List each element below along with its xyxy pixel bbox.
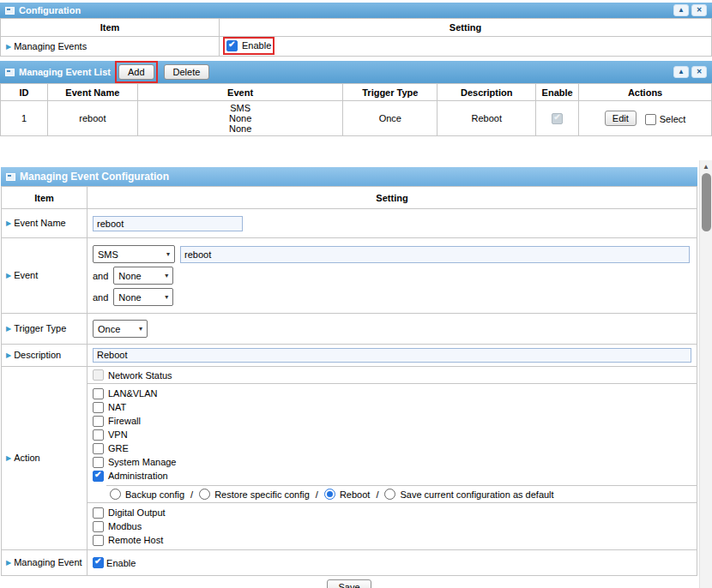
event-line: SMS xyxy=(140,103,341,113)
backup-config-label: Backup config xyxy=(125,489,184,500)
managing-event-item-cell: ▶Managing Event xyxy=(2,550,87,576)
list-item: Administration xyxy=(93,469,691,483)
save-current-config-radio[interactable] xyxy=(384,489,395,500)
trigger-type-select[interactable]: Once ▾ xyxy=(93,320,148,338)
list-item: VPN xyxy=(93,428,691,441)
event-name-label: Event Name xyxy=(14,218,66,228)
event-name-input[interactable]: reboot xyxy=(93,216,243,231)
event-type-select[interactable]: SMS ▾ xyxy=(93,245,175,263)
managing-events-label: Managing Events xyxy=(14,41,87,51)
reboot-radio[interactable] xyxy=(324,489,335,500)
remote-host-checkbox[interactable] xyxy=(93,535,104,546)
event-list-table: ID Event Name Event Trigger Type Descrip… xyxy=(0,83,712,136)
network-status-checkbox xyxy=(93,369,104,381)
row-arrow-icon: ▶ xyxy=(6,351,11,359)
select-checkbox[interactable] xyxy=(645,114,656,125)
event-cell: SMS None None xyxy=(137,101,343,136)
managing-event-list-panel: Managing Event List Add Delete ▲ ✕ ID Ev… xyxy=(0,61,712,136)
event-type-select-value: SMS xyxy=(98,249,118,260)
description-input[interactable]: Reboot xyxy=(93,348,691,363)
description-column-header: Description xyxy=(437,84,536,101)
network-status-label: Network Status xyxy=(108,370,172,381)
configuration-panel-title: Configuration xyxy=(19,5,81,15)
event-line: None xyxy=(140,113,341,123)
collapse-icon[interactable]: ▲ xyxy=(673,66,689,78)
row-arrow-icon: ▶ xyxy=(6,454,11,462)
id-cell: 1 xyxy=(1,101,48,136)
actions-column-header: Actions xyxy=(579,84,712,101)
managing-events-setting-cell: Enable xyxy=(220,37,712,57)
add-button[interactable]: Add xyxy=(118,64,154,80)
event-condition-3: and None ▾ xyxy=(93,288,691,306)
digital-output-checkbox[interactable] xyxy=(93,507,104,519)
event-condition-2: and None ▾ xyxy=(93,267,691,285)
close-icon[interactable]: ✕ xyxy=(691,4,707,16)
setting-column-header: Setting xyxy=(220,19,712,37)
event-name-item-cell: ▶Event Name xyxy=(2,209,87,238)
vpn-checkbox[interactable] xyxy=(93,429,104,441)
modbus-label: Modbus xyxy=(108,521,142,531)
gre-checkbox[interactable] xyxy=(93,443,104,454)
id-column-header: ID xyxy=(1,84,48,101)
firewall-label: Firewall xyxy=(108,416,141,426)
item-column-header: Item xyxy=(1,19,220,37)
firewall-checkbox[interactable] xyxy=(93,416,104,427)
trigger-type-label: Trigger Type xyxy=(14,323,66,333)
event-value-input[interactable]: reboot xyxy=(180,246,690,263)
backup-config-radio[interactable] xyxy=(110,489,121,500)
event-condition-2-select[interactable]: None ▾ xyxy=(113,267,173,285)
chevron-down-icon: ▾ xyxy=(166,250,170,258)
managing-event-setting-cell: Enable xyxy=(87,550,697,576)
separator: / xyxy=(190,489,193,500)
managing-event-enable-checkbox[interactable] xyxy=(93,557,104,568)
nat-label: NAT xyxy=(108,402,126,412)
window-buttons: ▲ ✕ xyxy=(673,66,707,78)
event-name-column-header: Event Name xyxy=(47,84,137,101)
administration-options-row: Backup config / Restore specific config … xyxy=(106,485,697,502)
panel-icon xyxy=(5,69,15,76)
actions-cell: EditSelect xyxy=(579,101,712,136)
scrollbar-thumb[interactable] xyxy=(702,173,711,231)
trigger-type-item-cell: ▶Trigger Type xyxy=(2,314,87,345)
event-column-header: Event xyxy=(137,84,343,101)
scrollbar[interactable]: ▲ xyxy=(699,160,712,588)
managing-event-list-title: Managing Event List xyxy=(19,67,111,77)
header-row: ID Event Name Event Trigger Type Descrip… xyxy=(1,84,712,101)
description-item-cell: ▶Description xyxy=(2,345,87,367)
scroll-up-icon[interactable]: ▲ xyxy=(700,160,712,173)
description-label: Description xyxy=(14,350,61,360)
event-condition-3-value: None xyxy=(118,292,141,303)
panel-icon xyxy=(5,7,15,15)
event-setting-cell: SMS ▾ reboot and None ▾ xyxy=(87,238,697,314)
row-arrow-icon: ▶ xyxy=(6,272,11,279)
restore-specific-config-radio[interactable] xyxy=(199,489,210,500)
select-label: Select xyxy=(660,114,686,124)
action-setting-cell: Network Status LAN&VLAN NAT xyxy=(87,367,697,550)
event-name-row: ▶Event Name reboot xyxy=(2,209,697,238)
enable-label: Enable xyxy=(242,40,271,51)
event-condition-3-select[interactable]: None ▾ xyxy=(113,288,173,306)
delete-button[interactable]: Delete xyxy=(164,64,210,80)
managing-event-list-header: Managing Event List Add Delete ▲ ✕ xyxy=(0,61,712,83)
save-button[interactable]: Save xyxy=(327,579,371,588)
action-item-cell: ▶Action xyxy=(2,367,87,550)
enable-column-header: Enable xyxy=(536,84,579,101)
managing-event-configuration-title: Managing Event Configuration xyxy=(20,171,169,183)
action-checkbox-group: LAN&VLAN NAT Firewall xyxy=(87,384,697,485)
close-icon[interactable]: ✕ xyxy=(691,66,707,78)
action-row: ▶Action Network Status LAN&VLAN xyxy=(2,367,697,550)
collapse-icon[interactable]: ▲ xyxy=(673,4,689,16)
managing-events-enable-checkbox[interactable] xyxy=(226,40,238,51)
chevron-down-icon: ▾ xyxy=(165,272,168,279)
system-manage-checkbox[interactable] xyxy=(93,457,104,468)
administration-checkbox[interactable] xyxy=(93,471,104,482)
modbus-checkbox[interactable] xyxy=(93,521,104,532)
row-arrow-icon: ▶ xyxy=(6,43,11,51)
edit-button[interactable]: Edit xyxy=(605,111,637,126)
managing-event-row: ▶Managing Event Enable xyxy=(2,550,697,576)
nat-checkbox[interactable] xyxy=(93,402,104,413)
managing-events-item-cell: ▶Managing Events xyxy=(1,37,220,57)
lan-vlan-checkbox[interactable] xyxy=(93,388,104,399)
configuration-panel: Configuration ▲ ✕ Item Setting ▶Managing… xyxy=(0,3,712,57)
list-item: NAT xyxy=(93,400,691,414)
